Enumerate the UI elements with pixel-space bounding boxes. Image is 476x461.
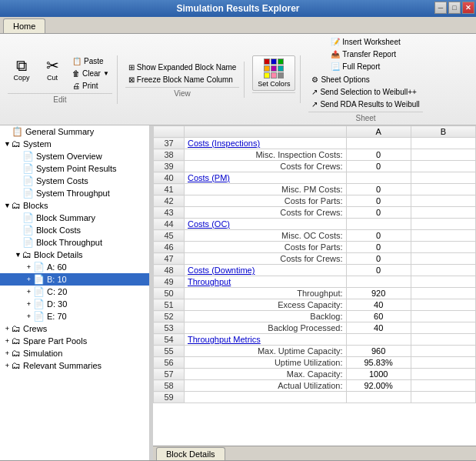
row-link-label[interactable]: Throughput	[185, 276, 347, 288]
tree-expand-icon[interactable]: +	[25, 288, 33, 296]
tree-node-label: D: 30	[47, 299, 67, 309]
tree-item-block-throughput[interactable]: 📄Block Throughput	[0, 236, 149, 249]
close-button[interactable]: ✕	[462, 2, 474, 14]
sheet-section-label: Sheet	[308, 112, 422, 122]
tree-item-block-c20[interactable]: +📄C: 20	[0, 286, 149, 298]
tree-node-icon: 📄	[33, 274, 45, 285]
transfer-report-button[interactable]: 📤 Transfer Report	[328, 48, 403, 60]
col-header-label	[185, 126, 347, 138]
row-value-b	[411, 346, 475, 357]
tree-item-block-costs[interactable]: 📄Block Costs	[0, 224, 149, 236]
tree-item-block-summary[interactable]: 📄Block Summary	[0, 212, 149, 224]
color-cell-purple	[271, 65, 277, 72]
tree-item-system-overview[interactable]: 📄System Overview	[0, 150, 149, 162]
row-number: 48	[154, 265, 185, 276]
tree-item-block-a60[interactable]: +📄A: 60	[0, 261, 149, 273]
tree-item-block-b10[interactable]: +📄B: 10	[0, 273, 149, 286]
tree-item-spare-part-pools[interactable]: +🗂Spare Part Pools	[0, 335, 149, 347]
tree-expand-icon[interactable]: +	[3, 325, 12, 332]
tree-node-label: System Point Results	[36, 164, 117, 173]
tree-item-system[interactable]: ▼🗂System	[0, 138, 149, 150]
tree-item-simulation[interactable]: +🗂Simulation	[0, 347, 149, 359]
paste-button[interactable]: 📋 Paste	[69, 55, 112, 67]
tree-node-icon: 🗂	[12, 360, 21, 371]
send-rda-button[interactable]: ↗ Send RDA Results to Weibull	[308, 99, 422, 110]
tree-expand-icon[interactable]: +	[25, 276, 33, 283]
table-row: 55Max. Uptime Capacity:960	[154, 346, 476, 357]
row-link-label[interactable]: Costs (OC)	[185, 219, 347, 230]
minimize-button[interactable]: ─	[434, 2, 447, 14]
colors-section-label	[252, 92, 295, 103]
tree-item-general-summary[interactable]: 📋General Summary	[0, 125, 149, 138]
tree-item-block-e70[interactable]: +📄E: 70	[0, 310, 149, 322]
tree-expand-icon[interactable]: +	[3, 362, 12, 369]
row-number: 42	[154, 195, 185, 207]
tab-home[interactable]: Home	[3, 18, 45, 33]
row-number: 44	[154, 219, 185, 230]
row-data-label: Misc. PM Costs:	[185, 184, 347, 195]
tree-item-block-details[interactable]: ▼🗂Block Details	[0, 249, 149, 261]
full-report-button[interactable]: 📃 Full Report	[328, 61, 403, 72]
tree-item-relevant-summaries[interactable]: +🗂Relevant Summaries	[0, 359, 149, 372]
tree-item-block-d30[interactable]: +📄D: 30	[0, 298, 149, 310]
sheet-buttons: 📝 Insert Worksheet 📤 Transfer Report 📃 F…	[328, 36, 403, 72]
row-link-label[interactable]: Costs (Inspections)	[185, 138, 347, 149]
color-cell-green	[278, 58, 284, 65]
send-to-weibull-button[interactable]: ↗ Send Selection to Weibull++	[308, 86, 422, 98]
tree-item-system-point-results[interactable]: 📄System Point Results	[0, 162, 149, 175]
row-link-label[interactable]: Costs (PM)	[185, 172, 347, 184]
freeze-column-button[interactable]: ⊠ Freeze Block Name Column	[125, 74, 240, 85]
transfer-report-icon: 📤	[331, 50, 340, 58]
tree-expand-icon[interactable]: +	[25, 263, 33, 271]
tree-expand-icon[interactable]: +	[25, 312, 33, 320]
col-header-b[interactable]: B	[411, 126, 475, 138]
show-expanded-button[interactable]: ⊞ Show Expanded Block Name	[125, 62, 240, 73]
tree-expand-icon[interactable]: +	[3, 349, 12, 357]
tree-item-system-throughput[interactable]: 📄System Throughput	[0, 187, 149, 199]
row-value-a: 0	[346, 230, 411, 242]
row-value-b	[411, 172, 475, 184]
row-value-b	[411, 392, 475, 403]
tree-expand-icon[interactable]: +	[3, 337, 12, 345]
row-number: 46	[154, 242, 185, 253]
row-number: 38	[154, 149, 185, 161]
spreadsheet-table: AB37Costs (Inspections)38Misc. Inspectio…	[153, 125, 476, 403]
row-value-a: 0	[346, 149, 411, 161]
row-number: 58	[154, 380, 185, 392]
clear-dropdown-icon[interactable]: ▼	[103, 70, 109, 77]
col-header-a[interactable]: A	[346, 126, 411, 138]
copy-button[interactable]: ⧉ Copy	[8, 55, 35, 84]
tree-node-label: General Summary	[25, 127, 94, 136]
print-button[interactable]: 🖨 Print	[69, 80, 112, 92]
row-value-a: 0	[346, 265, 411, 276]
spreadsheet-container[interactable]: AB37Costs (Inspections)38Misc. Inspectio…	[153, 125, 476, 446]
row-number: 47	[154, 253, 185, 265]
row-data-label: Costs for Crews:	[185, 207, 347, 219]
row-value-a: 0	[346, 161, 411, 172]
tree-node-icon: 📋	[12, 126, 23, 137]
row-link-label[interactable]: Throughput Metrics	[185, 334, 347, 346]
table-row: 57Max. Capacity:1000	[154, 369, 476, 380]
edit-group: ⧉ Copy ✂ Cut 📋 Paste 🗑 Clear ▼ 🖨	[3, 55, 118, 104]
tree-node-icon: 🗂	[22, 249, 32, 260]
maximize-button[interactable]: □	[448, 2, 461, 14]
tree-item-blocks[interactable]: ▼🗂Blocks	[0, 199, 149, 212]
clear-button[interactable]: 🗑 Clear ▼	[69, 68, 112, 79]
tree-item-system-costs[interactable]: 📄System Costs	[0, 175, 149, 187]
cut-button[interactable]: ✂ Cut	[38, 55, 66, 84]
tree-item-crews[interactable]: +🗂Crews	[0, 322, 149, 335]
tree-expand-icon[interactable]: ▼	[3, 202, 12, 209]
row-link-label[interactable]: Costs (Downtime)	[185, 265, 347, 276]
bottom-tab-block-details[interactable]: Block Details	[156, 447, 225, 460]
insert-worksheet-button[interactable]: 📝 Insert Worksheet	[328, 36, 403, 48]
tree-expand-icon[interactable]: ▼	[3, 140, 12, 148]
table-icon: ⊞	[128, 63, 135, 72]
set-colors-label: Set Colors	[258, 80, 290, 88]
colors-group: Set Colors	[248, 55, 301, 103]
tree-expand-icon[interactable]: ▼	[14, 251, 22, 259]
sheet-options-button[interactable]: ⚙ Sheet Options	[308, 74, 422, 85]
tree-expand-icon[interactable]: +	[25, 300, 33, 308]
row-data-label: Throughput:	[185, 288, 347, 299]
row-value-a	[346, 334, 411, 346]
set-colors-button[interactable]: Set Colors	[252, 55, 295, 91]
